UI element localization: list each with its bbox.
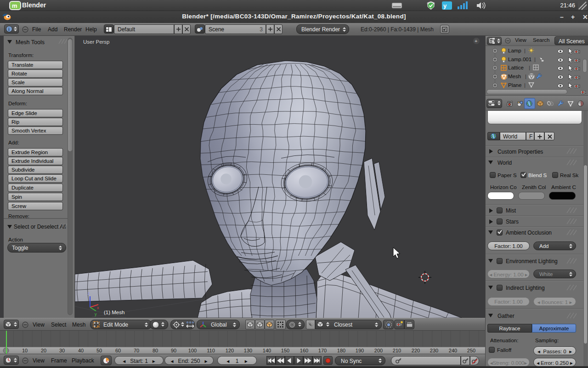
svg-text:190: 190 [356, 348, 364, 353]
svg-text:180: 180 [337, 348, 345, 353]
svg-text:User Persp: User Persp [83, 39, 110, 45]
svg-text:160: 160 [300, 348, 308, 353]
svg-text:50: 50 [96, 348, 102, 353]
svg-text:y: y [95, 312, 97, 316]
svg-text:(1) Mesh: (1) Mesh [104, 310, 124, 315]
svg-text:100: 100 [188, 348, 197, 353]
svg-text:10: 10 [22, 348, 28, 353]
svg-text:230: 230 [430, 348, 438, 353]
svg-text:20: 20 [41, 348, 46, 353]
svg-text:120: 120 [226, 348, 234, 353]
svg-text:90: 90 [171, 348, 176, 353]
svg-text:40: 40 [78, 348, 84, 353]
svg-text:210: 210 [393, 348, 401, 353]
svg-text:220: 220 [412, 348, 420, 353]
svg-text:250: 250 [467, 348, 475, 353]
svg-text:m: m [12, 2, 17, 9]
svg-text:i: i [8, 27, 10, 32]
svg-text:30: 30 [59, 348, 65, 353]
svg-text:170: 170 [318, 348, 327, 353]
svg-text:80: 80 [153, 348, 158, 353]
svg-text:240: 240 [449, 348, 457, 353]
svg-text:110: 110 [207, 348, 215, 353]
svg-text:150: 150 [281, 348, 289, 353]
svg-text:x: x [97, 305, 99, 310]
svg-text:+: + [475, 38, 477, 44]
svg-text:200: 200 [374, 348, 383, 353]
svg-text:140: 140 [263, 348, 271, 353]
svg-text:70: 70 [134, 348, 139, 353]
svg-text:z: z [88, 291, 90, 296]
svg-text:y: y [443, 2, 447, 9]
svg-text:130: 130 [244, 348, 252, 353]
svg-text:60: 60 [115, 348, 121, 353]
